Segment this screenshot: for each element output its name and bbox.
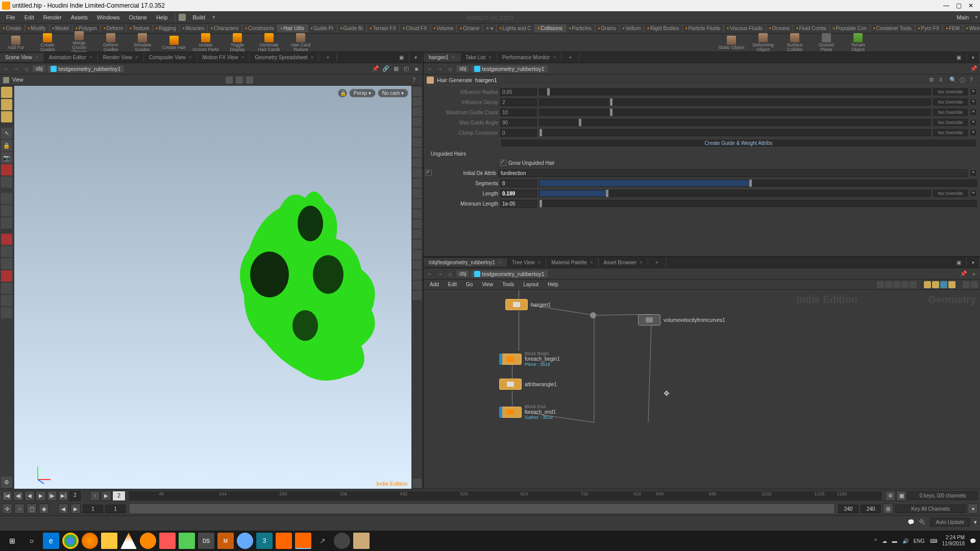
pane-max-icon[interactable]: ▣ — [951, 258, 967, 267]
dropdown-icon[interactable]: ▾ — [968, 504, 978, 514]
node-foreach-end[interactable]: Block Endforeach_end1Gather : 3519 — [499, 404, 556, 420]
app-icon[interactable]: ↗ — [314, 533, 331, 549]
menu-windows[interactable]: Windows — [93, 13, 124, 21]
tab-assetbrowser[interactable]: Asset Browser× — [599, 258, 648, 267]
override-dropdown[interactable]: No Override — [933, 190, 968, 197]
app-icon[interactable] — [179, 533, 195, 549]
display-opt-icon[interactable] — [412, 230, 422, 239]
node-foreach-begin[interactable]: Block Beginforeach_begin1Piece : 3518 — [499, 351, 560, 367]
display-opt-icon[interactable] — [412, 219, 422, 229]
torus-icon[interactable] — [1, 111, 12, 122]
step-back-icon[interactable]: ◀| — [13, 491, 23, 501]
display-opt-icon[interactable] — [412, 260, 422, 269]
param-value[interactable]: 0.05 — [500, 88, 537, 96]
display-icon[interactable] — [246, 77, 253, 84]
dropdown-icon[interactable]: ▾ — [970, 109, 977, 116]
shelf-toggle[interactable]: Toggle Display — [224, 33, 251, 52]
vlc-icon[interactable] — [120, 533, 137, 549]
shelf-tab[interactable]: •Oceans — [766, 24, 793, 32]
display-opt-icon[interactable] — [412, 189, 422, 198]
tool-icon[interactable] — [1, 205, 12, 216]
shelf-simulate[interactable]: Simulate Guides — [129, 33, 156, 52]
app-icon[interactable]: DS — [198, 533, 214, 549]
display-opt-icon[interactable] — [412, 87, 422, 96]
lock-icon[interactable]: 🔒 — [338, 89, 347, 97]
nm-edit[interactable]: Edit — [444, 281, 461, 288]
tab-geospread[interactable]: Geometry Spreadsheet× — [250, 53, 319, 62]
select-icon[interactable]: ↖ — [1, 128, 12, 139]
shelf-tab[interactable]: •Wires — [963, 24, 980, 32]
menu-assets[interactable]: Assets — [67, 13, 92, 21]
shelf-tab[interactable]: •Octane — [457, 24, 483, 32]
chrome-icon[interactable] — [62, 533, 79, 549]
tool-icon[interactable] — [3, 77, 9, 83]
viewport[interactable]: 🔒 Persp ▾ No cam ▾ Indie Edition — [14, 86, 411, 489]
param-value[interactable]: 1e-05 — [500, 200, 537, 208]
enable-checkbox[interactable] — [426, 170, 432, 176]
tab-motionfx[interactable]: Motion FX View× — [198, 53, 250, 62]
app-icon[interactable]: M — [217, 533, 234, 549]
param-value[interactable]: 0 — [500, 129, 537, 137]
tray-up-icon[interactable]: ^ — [874, 538, 877, 544]
cloud-icon[interactable]: ☁ — [882, 538, 887, 544]
start-button[interactable]: ⊞ — [4, 533, 20, 549]
network-icon[interactable]: ▬ — [892, 538, 897, 544]
nm-add[interactable]: Add — [426, 281, 443, 288]
back-icon[interactable]: ← — [2, 65, 10, 73]
opt-icon[interactable]: ▢ — [27, 504, 37, 514]
param-slider[interactable] — [539, 88, 931, 95]
toolbar-icon[interactable] — [924, 281, 931, 288]
override-dropdown[interactable]: No Override — [933, 109, 968, 116]
menu-file[interactable]: File — [2, 13, 19, 21]
menu-render[interactable]: Render — [39, 13, 66, 21]
tool-icon[interactable] — [1, 283, 12, 294]
shelf-tab[interactable]: •Texture — [127, 24, 153, 32]
tool-icon[interactable] — [1, 295, 12, 306]
dropdown-icon[interactable]: ▾ — [970, 190, 977, 197]
view-mode-icon[interactable]: ◰ — [402, 65, 410, 73]
path-node[interactable]: testgeometry_rubbertoy1 — [471, 270, 547, 278]
shelf-tab[interactable]: •Lights and C — [497, 24, 535, 32]
display-opt-icon[interactable] — [412, 240, 422, 249]
desktop-selector[interactable]: Build — [187, 13, 211, 21]
tab-treeview[interactable]: Tree View× — [507, 258, 546, 267]
fwd-icon[interactable]: → — [436, 270, 444, 278]
close-button[interactable]: ✕ — [968, 2, 974, 9]
display-opt-icon[interactable] — [412, 128, 422, 137]
path-node[interactable]: testgeometry_rubbertoy1 — [471, 65, 547, 72]
houdini-icon[interactable] — [295, 533, 311, 549]
fwd-icon[interactable]: → — [12, 65, 20, 73]
tab-netview[interactable]: /obj/testgeometry_rubbertoy1× — [424, 258, 507, 267]
clock[interactable]: 2:24 PM 11/9/2018 — [942, 535, 965, 547]
shelf-cardtex[interactable]: Hair Card Texture — [287, 33, 314, 52]
pane-max-icon[interactable]: ▣ — [394, 53, 409, 62]
shelf-tab[interactable]: •Volume — [431, 24, 457, 32]
param-slider[interactable] — [539, 129, 931, 136]
timeline-track[interactable]: 48 144 240 336 432 528 624 720 816 840 9… — [129, 491, 882, 500]
display-opt-icon[interactable] — [412, 97, 422, 106]
tab-add[interactable]: + — [648, 258, 666, 267]
display-opt-icon[interactable] — [412, 199, 422, 208]
toolbar-icon[interactable] — [932, 281, 939, 288]
display-opt-icon[interactable] — [412, 281, 422, 290]
path-obj[interactable]: obj — [33, 65, 45, 72]
shelf-addfur[interactable]: Add Fur — [2, 36, 30, 50]
maximize-button[interactable]: ▢ — [955, 2, 962, 9]
shelf-tab[interactable]: •Grains — [595, 24, 620, 32]
brush-icon[interactable] — [1, 246, 12, 257]
help-icon[interactable]: ? — [970, 77, 977, 84]
timeline-opt-icon[interactable]: ▦ — [896, 491, 906, 501]
pin-icon[interactable]: 📌 — [960, 270, 968, 278]
override-dropdown[interactable]: No Override — [933, 129, 968, 136]
shelf-tab[interactable]: •Deform — [101, 24, 127, 32]
plug-icon[interactable]: 🔌 — [919, 519, 926, 525]
info-icon[interactable] — [971, 281, 978, 288]
magnet-icon[interactable] — [1, 234, 12, 245]
cortana-icon[interactable]: ○ — [23, 533, 40, 549]
search-icon[interactable]: 🔍 — [949, 77, 957, 84]
param-slider[interactable] — [539, 200, 977, 207]
tool-icon[interactable] — [1, 307, 12, 318]
view-mode-icon[interactable]: ▦ — [392, 65, 400, 73]
tab-add[interactable]: + — [561, 53, 579, 62]
ime-icon[interactable]: ⌨ — [930, 538, 937, 544]
